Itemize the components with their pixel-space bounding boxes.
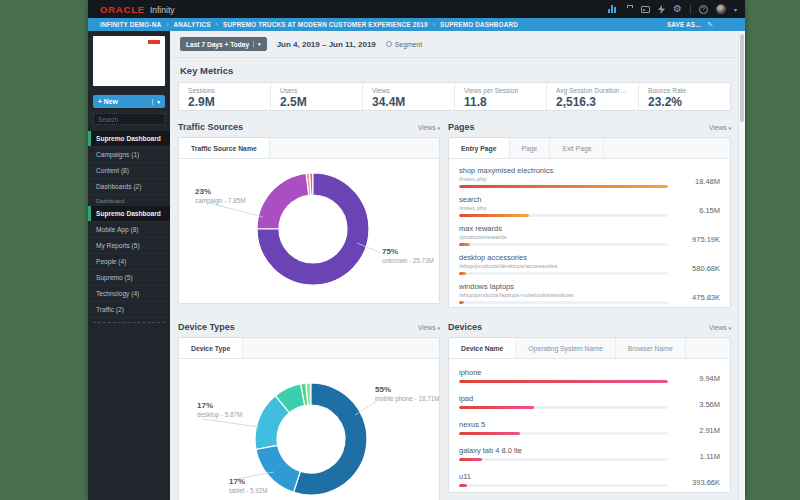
events-lightning-icon[interactable] xyxy=(658,5,665,14)
edit-icon[interactable]: ✎ xyxy=(707,21,713,29)
list-item-bar xyxy=(459,185,668,188)
list-item[interactable]: search/index.php6.15M xyxy=(459,191,720,220)
callout-desktop: 17% desktop - 5.87M xyxy=(197,401,242,418)
sidebar-section-label: Dashboard xyxy=(88,195,170,206)
tab-browser-name[interactable]: Browser Name xyxy=(616,338,686,358)
breadcrumb-analytics[interactable]: ANALYTICS xyxy=(174,21,211,28)
list-item[interactable]: windows laptops/shop/products/laptops-no… xyxy=(459,278,720,307)
list-item-name[interactable]: galaxy tab 4 8.0 lte xyxy=(459,446,668,455)
list-item-name[interactable]: iphone xyxy=(459,368,668,377)
list-item[interactable]: max rewards/products/rewards975.19K xyxy=(459,220,720,249)
cast-icon[interactable] xyxy=(641,6,650,13)
tab-operating-system-name[interactable]: Operating System Name xyxy=(516,338,615,358)
tab-traffic-source-name[interactable]: Traffic Source Name xyxy=(179,138,270,158)
settings-gear-icon[interactable]: ⚙ xyxy=(673,4,682,14)
user-avatar[interactable] xyxy=(716,4,726,14)
list-item[interactable]: nexus 52.91M xyxy=(459,414,720,440)
views-dropdown[interactable]: Views▾ xyxy=(418,124,440,131)
views-dropdown[interactable]: Views▾ xyxy=(709,324,731,331)
donut-svg xyxy=(179,159,439,303)
sidebar: + New ▾ Supremo DashboardCampaigns (1)Co… xyxy=(88,31,170,500)
scrollbar[interactable] xyxy=(738,31,745,500)
chevron-down-icon: ▾ xyxy=(728,125,731,131)
list-item-value: 475.83K xyxy=(692,293,720,302)
sidebar-item[interactable]: Supremo (5) xyxy=(88,270,170,286)
breadcrumb-account[interactable]: INFINITY DEMO-NA xyxy=(100,21,161,28)
list-item[interactable]: desktop accessories/shop/products/deskto… xyxy=(459,249,720,278)
donut-segment-campaign[interactable] xyxy=(257,173,309,229)
sidebar-item[interactable]: Traffic (2) xyxy=(88,302,170,318)
sidebar-item[interactable]: Campaigns (1) xyxy=(88,147,170,163)
tab-exit-page[interactable]: Exit Page xyxy=(550,138,604,158)
metric-users[interactable]: Users 2.5M xyxy=(271,83,363,110)
tab-page[interactable]: Page xyxy=(510,138,551,158)
sidebar-item[interactable]: Dashboards (2) xyxy=(88,179,170,195)
date-range-button[interactable]: Last 7 Days + Today ▾ xyxy=(180,37,267,51)
list-item-name[interactable]: search xyxy=(459,195,668,204)
user-menu-caret-icon[interactable]: ▾ xyxy=(734,6,737,13)
new-button[interactable]: + New ▾ xyxy=(93,95,165,108)
list-item-name[interactable]: shop maxymised electronics xyxy=(459,166,668,175)
panel-title: Devices xyxy=(448,322,482,332)
list-item-name[interactable]: windows laptops xyxy=(459,282,668,291)
main-content: Last 7 Days + Today ▾ Jun 4, 2019 – Jun … xyxy=(170,31,745,500)
sidebar-item[interactable]: Supremo Dashboard xyxy=(88,206,170,222)
breadcrumb-dashboard[interactable]: SUPREMO DASHBOARD xyxy=(440,21,518,28)
apps-icon[interactable] xyxy=(624,5,633,13)
list-item[interactable]: shop maxymised electronics/index.php18.4… xyxy=(459,162,720,191)
list-item-name[interactable]: nexus 5 xyxy=(459,420,668,429)
date-range-label: Jun 4, 2019 – Jun 11, 2019 xyxy=(277,40,376,49)
save-as-button[interactable]: SAVE AS... xyxy=(667,21,701,28)
list-item-value: 9.94M xyxy=(699,374,720,383)
pages-list: shop maxymised electronics/index.php18.4… xyxy=(449,159,730,307)
list-item-path: /index.php xyxy=(459,176,668,182)
infinity-wordmark: Infinity xyxy=(150,5,175,15)
brand-logo-image xyxy=(93,36,165,86)
metric-label: Views per Session xyxy=(464,87,537,94)
sidebar-item[interactable]: Content (8) xyxy=(88,163,170,179)
segment-button[interactable]: Segment xyxy=(386,41,422,48)
scrollbar-thumb[interactable] xyxy=(740,34,744,122)
metric-views-per-session[interactable]: Views per Session 11.8 xyxy=(455,83,547,110)
tab-device-type[interactable]: Device Type xyxy=(179,338,243,358)
list-item[interactable]: galaxy tab 4 8.0 lte1.11M xyxy=(459,440,720,466)
list-item-value: 2.91M xyxy=(699,426,720,435)
callout-tablet: 17% tablet - 5.92M xyxy=(229,477,268,494)
sidebar-item[interactable]: My Reports (5) xyxy=(88,238,170,254)
new-button-caret-icon[interactable]: ▾ xyxy=(152,99,160,105)
views-dropdown[interactable]: Views▾ xyxy=(709,124,731,131)
list-item-bar xyxy=(459,406,668,409)
metric-bounce-rate[interactable]: Bounce Rate 23.2% xyxy=(639,83,730,110)
sidebar-item[interactable]: Supremo Dashboard xyxy=(88,131,170,147)
panel-traffic-sources: Traffic Sources Views▾ Traffic Source Na… xyxy=(178,121,440,308)
list-item-name[interactable]: desktop accessories xyxy=(459,253,668,262)
list-item-name[interactable]: ipad xyxy=(459,394,668,403)
metric-views[interactable]: Views 34.4M xyxy=(363,83,455,110)
sidebar-item[interactable]: Mobile App (8) xyxy=(88,222,170,238)
tab-entry-page[interactable]: Entry Page xyxy=(449,138,510,158)
chevron-down-icon: ▾ xyxy=(728,325,731,331)
tab-device-name[interactable]: Device Name xyxy=(449,338,516,358)
list-item[interactable]: ipad3.56M xyxy=(459,388,720,414)
list-item-name[interactable]: u11 xyxy=(459,472,668,481)
metric-avg-session-duration[interactable]: Avg Session Duration ... 2,516.3 xyxy=(547,83,639,110)
analytics-icon[interactable] xyxy=(608,5,616,13)
breadcrumb-app[interactable]: SUPREMO TRUCKS AT MODERN CUSTOMER EXPERI… xyxy=(223,21,428,28)
metric-sessions[interactable]: Sessions 2.9M xyxy=(179,83,271,110)
list-item[interactable]: u11393.66K xyxy=(459,466,720,492)
metric-label: Views xyxy=(372,87,445,94)
help-icon[interactable]: ? xyxy=(699,5,708,14)
list-item-bar xyxy=(459,301,668,304)
metric-value: 2,516.3 xyxy=(556,95,629,109)
sidebar-item[interactable]: Technology (4) xyxy=(88,286,170,302)
list-item-path: /index.php xyxy=(459,205,668,211)
tabbar: Device Name Operating System Name Browse… xyxy=(449,338,730,359)
list-item-path: /products/rewards xyxy=(459,234,668,240)
list-item-bar xyxy=(459,380,668,383)
list-item-value: 18.48M xyxy=(695,177,720,186)
list-item-name[interactable]: max rewards xyxy=(459,224,668,233)
sidebar-search-input[interactable] xyxy=(93,113,165,125)
sidebar-item[interactable]: People (4) xyxy=(88,254,170,270)
views-dropdown[interactable]: Views▾ xyxy=(418,324,440,331)
list-item[interactable]: iphone9.94M xyxy=(459,362,720,388)
